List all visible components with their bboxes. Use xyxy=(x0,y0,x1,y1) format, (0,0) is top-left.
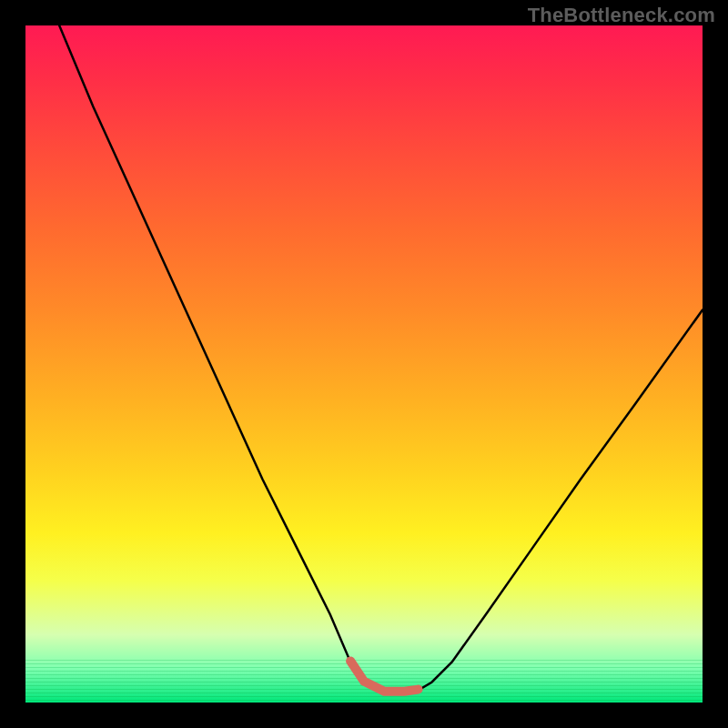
optimal-zone-marker xyxy=(350,661,418,691)
chart-frame: TheBottleneck.com xyxy=(0,0,728,728)
bottleneck-curve xyxy=(59,25,703,693)
watermark-text: TheBottleneck.com xyxy=(528,4,715,27)
curve-svg xyxy=(25,25,703,703)
plot-area xyxy=(25,25,703,703)
